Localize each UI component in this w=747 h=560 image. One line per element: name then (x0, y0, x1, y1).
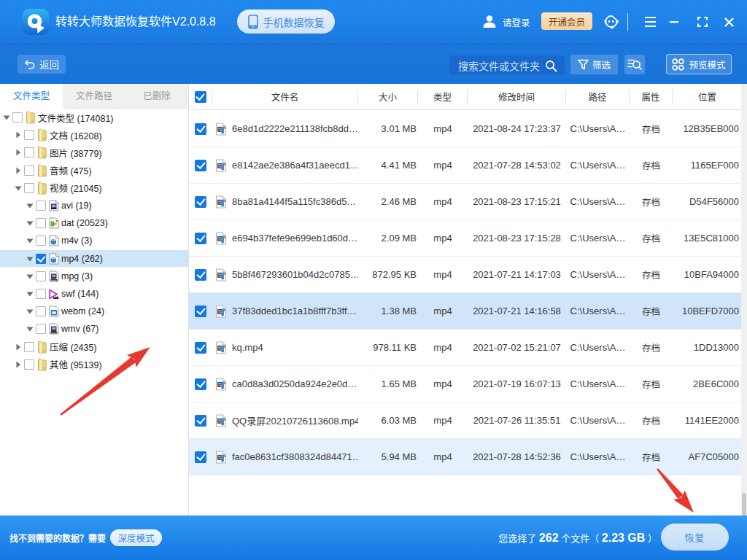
svg-text:FLV: FLV (54, 296, 58, 299)
svg-text:MPEG: MPEG (51, 279, 56, 281)
